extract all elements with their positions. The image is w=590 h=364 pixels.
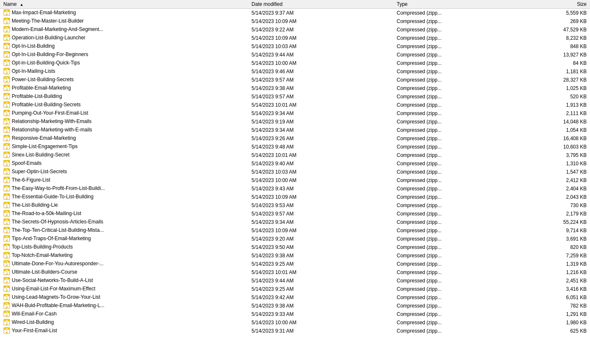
file-type-cell: Compressed (zipp... [393,126,515,134]
table-row[interactable]: Meeting-The-Master-List-Builder5/14/2023… [0,17,590,26]
svg-rect-122 [5,136,8,137]
file-type-cell: Compressed (zipp... [393,59,515,67]
table-row[interactable]: Opt-in-List-Building-Quick-Tips5/14/2023… [0,59,590,67]
table-row[interactable]: Will-Email-For-Cash5/14/2023 9:33 AMComp… [0,310,590,318]
svg-rect-236 [7,255,8,256]
svg-rect-219 [6,238,7,239]
zip-file-icon [3,235,10,242]
table-row[interactable]: Top-Notch-Email-Marketing5/14/2023 9:38 … [0,251,590,260]
file-date-cell: 5/14/2023 9:38 AM [248,251,393,260]
table-row[interactable]: The-6-Figure-List5/14/2023 10:00 AMCompr… [0,176,590,185]
file-name-cell: Operation-List-Building-Launcher [0,34,111,41]
zip-file-icon [3,269,10,275]
file-name-cell: WAH-Buld-Profitable-Email-Marketing-L... [0,302,111,309]
table-row[interactable]: The-Road-to-a-50k-Mailing-List5/14/2023 … [0,210,590,218]
table-row[interactable]: Power-List-Building-Secrets5/14/2023 9:5… [0,76,590,84]
file-type-cell: Compressed (zipp... [393,168,515,176]
svg-rect-141 [6,155,7,156]
table-row[interactable]: The-Top-Ten-Critical-List-Building-Mista… [0,226,590,235]
table-row[interactable]: Top-Lists-Building-Products5/14/2023 9:5… [0,243,590,251]
table-row[interactable]: Simple-List-Engagement-Tips5/14/2023 9:4… [0,143,590,151]
svg-rect-187 [6,205,7,205]
svg-rect-163 [6,179,7,180]
svg-rect-69 [6,80,7,81]
file-name-text: Power-List-Building-Secrets [12,77,74,82]
svg-rect-53 [6,63,7,64]
table-row[interactable]: Using-Lead-Magnets-To-Grow-Your-List5/14… [0,293,590,302]
svg-rect-147 [6,163,7,164]
svg-rect-14 [7,21,8,22]
svg-rect-173 [6,189,7,190]
table-row[interactable]: Profitable-List-Building5/14/2023 9:57 A… [0,92,590,101]
svg-rect-146 [5,161,8,162]
table-row[interactable]: Max-Impact-Email-Marketing5/14/2023 9:37… [0,9,590,17]
svg-rect-10 [5,19,8,20]
file-date-cell: 5/14/2023 9:34 AM [248,218,393,226]
file-size-cell: 13,927 KB [515,51,590,59]
table-row[interactable]: Relationship-Marketing-with-E-mails5/14/… [0,126,590,134]
table-row[interactable]: Modern-Email-Marketing-And-Segment...5/1… [0,26,590,34]
file-type-cell: Compressed (zipp... [393,9,515,17]
file-name-text: Responsive-Email-Marketing [12,135,76,141]
column-header-size[interactable]: Size [515,0,590,9]
file-date-cell: 5/14/2023 9:46 AM [248,67,393,76]
svg-rect-116 [7,129,8,130]
svg-rect-274 [5,295,8,296]
file-name-text: Simple-List-Engagement-Tips [12,144,78,149]
svg-rect-244 [7,263,8,264]
svg-rect-165 [6,180,7,181]
file-date-cell: 5/14/2023 10:09 AM [248,34,393,42]
table-row[interactable]: Use-Social-Networks-To-Build-A-List5/14/… [0,277,590,285]
file-list-container[interactable]: Name ▲ Date modified Type Size [0,0,590,364]
table-row[interactable]: The-Secrets-Of-Hypnosis-Articles-Emails5… [0,218,590,226]
table-row[interactable]: Spoof-Emails5/14/2023 9:40 AMCompressed … [0,159,590,168]
file-type-cell: Compressed (zipp... [393,101,515,109]
table-row[interactable]: Opt-In-List-Building5/14/2023 10:03 AMCo… [0,42,590,51]
table-row[interactable]: Opt-In-List-Building-For-Beginners5/14/2… [0,51,590,59]
table-row[interactable]: Your-First-Email-List5/14/2023 9:31 AMCo… [0,327,590,335]
table-row[interactable]: Pumping-Out-Your-First-Email-List5/14/20… [0,109,590,118]
table-row[interactable]: The-Essential-Guide-To-List-Building5/14… [0,193,590,201]
table-row[interactable]: The-Easy-Way-to-Profit-From-List-Buildi.… [0,185,590,193]
file-type-cell: Compressed (zipp... [393,210,515,218]
svg-rect-55 [6,64,8,65]
file-name-cell: Your-First-Email-List [0,327,111,334]
svg-rect-51 [6,62,7,63]
svg-rect-162 [5,178,8,179]
table-row[interactable]: Ultimate-List-Builders-Course5/14/2023 1… [0,268,590,277]
svg-rect-254 [7,272,8,273]
column-header-type[interactable]: Type [393,0,515,9]
table-row[interactable]: The-List-Building-Lie5/14/2023 9:53 AMCo… [0,201,590,210]
svg-rect-108 [7,121,8,122]
svg-rect-37 [6,46,7,47]
table-row[interactable]: Responsive-Email-Marketing5/14/2023 9:26… [0,134,590,143]
table-row[interactable]: Tips-And-Traps-Of-Email-Marketing5/14/20… [0,235,590,243]
table-row[interactable]: Opt-In-Mailing-Lists5/14/2023 9:46 AMCom… [0,67,590,76]
zip-file-icon [3,34,10,41]
table-row[interactable]: WAH-Buld-Profitable-Email-Marketing-L...… [0,302,590,310]
table-row[interactable]: Ultimate-Done-For-You-Autoresponder-...5… [0,260,590,268]
column-header-date[interactable]: Date modified [248,0,393,9]
svg-rect-197 [6,214,7,215]
svg-rect-45 [6,55,7,56]
svg-rect-285 [6,306,7,307]
file-name-cell: Pumping-Out-Your-First-Email-List [0,109,111,117]
table-row[interactable]: Wired-List-Building5/14/2023 10:00 AMCom… [0,318,590,327]
table-row[interactable]: Operation-List-Building-Launcher5/14/202… [0,34,590,42]
table-row[interactable]: Super-Optin-List-Secrets5/14/2023 10:03 … [0,168,590,176]
table-row[interactable]: Profitable-Email-Marketing5/14/2023 9:38… [0,84,590,92]
svg-rect-299 [6,322,7,323]
svg-rect-28 [7,37,8,38]
svg-rect-35 [6,46,7,46]
table-row[interactable]: Using-Email-List-For-Maximum-Effect5/14/… [0,285,590,293]
table-row[interactable]: Relationship-Marketing-With-Emails5/14/2… [0,118,590,126]
column-header-name[interactable]: Name ▲ [0,0,248,9]
table-row[interactable]: Sinex-List-Building-Secret5/14/2023 10:0… [0,151,590,159]
file-type-cell: Compressed (zipp... [393,17,515,26]
table-row[interactable]: Profitable-List-Building-Secrets5/14/202… [0,101,590,109]
svg-rect-205 [6,222,7,223]
svg-rect-221 [6,239,7,240]
zip-file-icon [3,51,10,58]
svg-rect-67 [6,79,7,80]
svg-rect-196 [7,213,8,214]
